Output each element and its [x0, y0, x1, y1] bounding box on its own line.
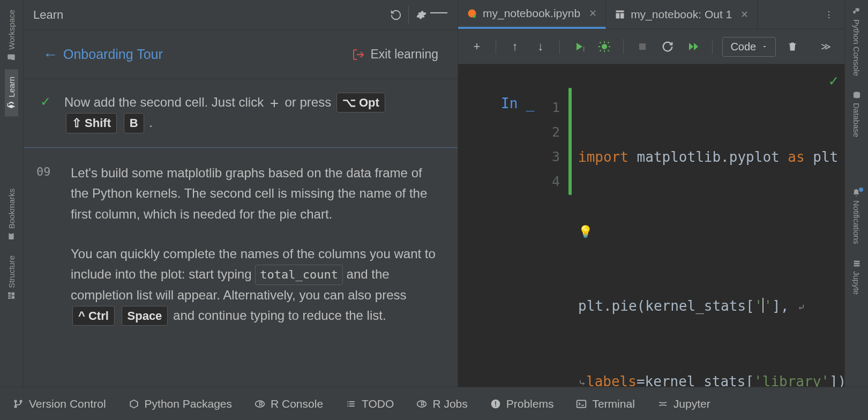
debug-cell-button[interactable]	[595, 38, 613, 56]
cell-run-indicator	[568, 88, 572, 195]
bottom-item-problems[interactable]: Problems	[490, 398, 554, 410]
bottom-item-python-packages[interactable]: Python Packages	[129, 398, 232, 410]
editor-panel: my_notebook.ipynb ✕ my_notebook: Out 1 ✕…	[458, 0, 844, 387]
branch-icon	[13, 399, 24, 409]
sidebar-label: Workspace	[7, 10, 16, 50]
bottom-label: Terminal	[592, 398, 634, 410]
key-opt: ⌥ Opt	[336, 93, 385, 112]
gear-icon[interactable]	[408, 6, 426, 24]
sidebar-item-database[interactable]: Database	[850, 84, 863, 145]
step-text-fragment: .	[146, 115, 153, 130]
list-icon	[346, 399, 356, 409]
bottom-item-jupyter[interactable]: Jupyter	[657, 398, 710, 410]
run-cell-button[interactable]: I	[570, 38, 588, 56]
stop-button[interactable]	[633, 38, 652, 56]
text-fragment: and continue typing to reduce the list.	[169, 308, 386, 322]
svg-rect-6	[854, 262, 859, 264]
close-icon[interactable]: ✕	[589, 8, 597, 19]
sidebar-item-python-console[interactable]: Python Console	[850, 0, 863, 84]
tab-my-notebook[interactable]: my_notebook.ipynb ✕	[458, 0, 606, 29]
learn-panel: Learn — ← Onboarding Tour Exit learning …	[24, 0, 458, 387]
sidebar-label: Database	[852, 103, 861, 137]
svg-rect-18	[577, 400, 586, 407]
line-number: 2	[549, 120, 560, 145]
current-step-text: Let's build some matplotlib graphs based…	[71, 163, 437, 326]
keyword: import	[578, 149, 628, 165]
jupyter-icon	[852, 259, 861, 268]
bottom-label: Jupyter	[674, 398, 710, 410]
sidebar-label: Learn	[7, 77, 16, 97]
bottom-item-todo[interactable]: TODO	[346, 398, 394, 410]
close-icon[interactable]: ✕	[740, 9, 749, 20]
chevron-down-icon	[761, 43, 768, 50]
step-number: 09	[36, 163, 61, 326]
more-toolbar-icon[interactable]: ≫	[817, 38, 835, 56]
bottom-item-r-console[interactable]: R R Console	[255, 398, 323, 410]
notebook-toolbar: + ↑ ↓ I Code ≫	[458, 29, 844, 64]
svg-point-8	[14, 400, 16, 402]
database-icon	[852, 91, 861, 100]
key-space: Space	[122, 306, 168, 326]
warning-icon	[490, 399, 501, 409]
step-paragraph-1: Let's build some matplotlib graphs based…	[71, 163, 437, 224]
delete-cell-button[interactable]	[783, 38, 802, 56]
sidebar-label: Jupyte	[852, 271, 861, 295]
more-tabs-icon[interactable]: ⋮	[820, 5, 838, 24]
code-area[interactable]: ✓ In _ 1 2 3 4 import matplotlib.pyplot …	[458, 64, 844, 387]
learn-title: Learn	[33, 8, 384, 22]
code-text: ],	[772, 298, 797, 314]
back-arrow-icon[interactable]: ←	[43, 46, 58, 63]
sidebar-item-workspace[interactable]: Workspace	[5, 2, 18, 69]
onboarding-tour-link[interactable]: Onboarding Tour	[63, 47, 163, 62]
restart-icon[interactable]	[387, 6, 405, 24]
code-content[interactable]: import matplotlib.pyplot as plt 💡 plt.pi…	[578, 95, 846, 420]
minimize-icon[interactable]: —	[430, 6, 448, 24]
move-up-button[interactable]: ↑	[506, 38, 524, 56]
svg-rect-17	[495, 406, 496, 407]
svg-rect-7	[854, 265, 859, 266]
svg-point-1	[473, 15, 476, 18]
line-number: 1	[549, 95, 560, 120]
table-icon	[615, 9, 625, 20]
terminal-icon	[576, 399, 587, 409]
step-text-fragment: or press	[281, 95, 335, 109]
bulb-icon[interactable]: 💡	[578, 225, 593, 238]
cell-type-select[interactable]: Code	[722, 37, 776, 57]
left-sidebar: Workspace Learn Bookmarks Structure	[0, 0, 24, 387]
bottom-item-r-jobs[interactable]: R R Jobs	[416, 398, 467, 410]
svg-point-9	[14, 406, 16, 407]
restart-kernel-button[interactable]	[659, 38, 677, 56]
sidebar-item-learn[interactable]: Learn	[5, 69, 18, 116]
check-icon: ✓	[36, 92, 55, 133]
bottom-item-terminal[interactable]: Terminal	[576, 398, 634, 410]
completed-step-text: Now add the second cell. Just click + or…	[64, 92, 437, 133]
key-b: B	[124, 113, 144, 133]
sidebar-item-structure[interactable]: Structure	[5, 248, 18, 308]
code-text: plt.pie(kernel_stats[	[578, 298, 754, 314]
sidebar-label: Bookmarks	[7, 189, 16, 229]
key-ctrl: ^ Ctrl	[72, 306, 115, 326]
svg-text:R: R	[421, 401, 425, 407]
jupyter-icon	[657, 399, 668, 409]
line-number: 3	[549, 145, 560, 169]
bottom-label: TODO	[362, 398, 394, 410]
code-text: matplotlib.pyplot	[628, 149, 788, 165]
sidebar-item-jupyter[interactable]: Jupyte	[850, 252, 863, 302]
sidebar-item-notifications[interactable]: Notifications	[850, 181, 863, 252]
line-number: 4	[549, 169, 560, 194]
add-cell-button[interactable]: +	[468, 38, 486, 56]
sidebar-item-bookmarks[interactable]: Bookmarks	[5, 181, 18, 248]
keyword: as	[788, 149, 804, 165]
inspection-check-icon[interactable]: ✓	[829, 72, 838, 89]
plus-icon: +	[267, 96, 281, 110]
exit-icon	[352, 48, 365, 61]
move-down-button[interactable]: ↓	[532, 38, 550, 56]
svg-rect-3	[639, 43, 646, 50]
tab-label: my_notebook: Out 1	[631, 8, 732, 21]
bottom-item-version-control[interactable]: Version Control	[13, 398, 106, 410]
bottom-label: Version Control	[29, 398, 106, 410]
bottom-bar: Version Control Python Packages R R Cons…	[0, 387, 868, 420]
tab-out-1[interactable]: my_notebook: Out 1 ✕	[606, 0, 758, 29]
exit-learning-button[interactable]: Exit learning	[352, 47, 438, 62]
run-all-button[interactable]	[684, 38, 702, 56]
